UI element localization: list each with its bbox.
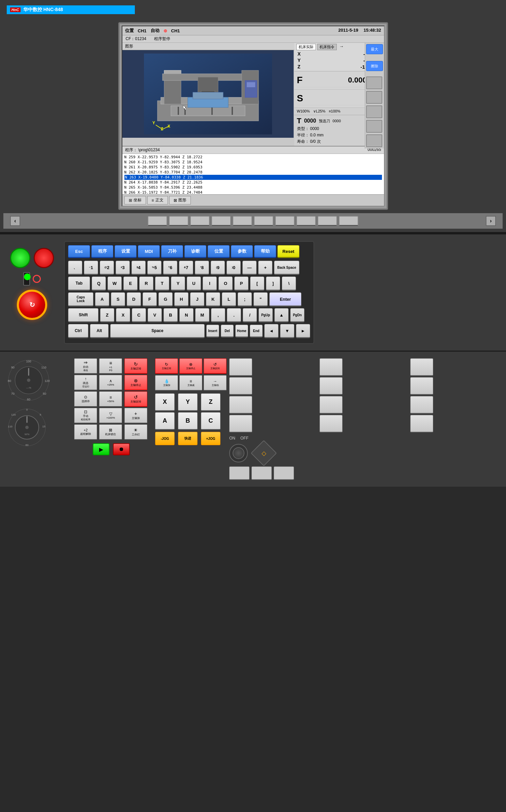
btn-optional-stop[interactable]: ⊙ 选择停 xyxy=(74,391,97,407)
nav-btn-6[interactable] xyxy=(254,216,273,226)
key-insert[interactable]: Insert xyxy=(206,325,219,337)
rp-btn-7[interactable] xyxy=(229,396,252,414)
rp-btn-2[interactable] xyxy=(320,358,343,376)
key-caps-lock[interactable]: Caps Lock xyxy=(68,292,93,306)
btn-single[interactable]: ≡ ×1F0 xyxy=(99,358,122,374)
key-quote[interactable]: " xyxy=(254,292,268,306)
expand-icon[interactable]: → xyxy=(339,44,344,50)
key-e[interactable]: E xyxy=(123,277,138,291)
key-f[interactable]: F xyxy=(143,292,157,306)
key-end[interactable]: End xyxy=(250,325,263,337)
key-h[interactable]: H xyxy=(174,292,188,306)
key-tilde[interactable]: 、 xyxy=(68,261,82,275)
key-home[interactable]: Home xyxy=(235,325,248,337)
key-semicolon[interactable]: ; xyxy=(238,292,252,306)
tab-graphic[interactable]: ⊠ 图形 xyxy=(169,196,191,204)
key-minus[interactable]: — xyxy=(242,261,257,275)
key-params[interactable]: 参数 xyxy=(231,245,253,258)
btn-manual[interactable]: ⊡ 手动 程控程序 xyxy=(74,408,97,423)
small-btn-3[interactable] xyxy=(274,466,294,480)
btn-cool3[interactable]: → 主轴动 xyxy=(204,375,227,391)
key-5[interactable]: %5 xyxy=(147,261,161,275)
key-esc[interactable]: Esc xyxy=(68,245,90,258)
nav-btn-1[interactable] xyxy=(148,216,167,226)
key-3[interactable]: #3 xyxy=(116,261,130,275)
key-r[interactable]: R xyxy=(139,277,153,291)
key-u[interactable]: U xyxy=(187,277,201,291)
key-z[interactable]: Z xyxy=(100,308,114,322)
btn-axis-x[interactable]: X xyxy=(155,393,175,411)
rp-btn-9[interactable] xyxy=(410,396,433,414)
key-1[interactable]: ~1 xyxy=(84,261,98,275)
rp-btn-1[interactable] xyxy=(229,358,252,376)
key-tool-comp[interactable]: 刀补 xyxy=(161,245,183,258)
btn-cool1[interactable]: 💧 主轴加 xyxy=(155,375,178,391)
soft-key-2[interactable] xyxy=(366,91,382,104)
key-alt[interactable]: Alt xyxy=(90,324,109,338)
nav-btn-8[interactable] xyxy=(296,216,316,226)
key-comma[interactable]: , xyxy=(211,308,225,322)
key-4[interactable]: $4 xyxy=(131,261,146,275)
btn-axis-a[interactable]: A xyxy=(155,412,175,430)
key-position[interactable]: 位置 xyxy=(208,245,230,258)
key-shift-left[interactable]: Shift xyxy=(68,308,98,322)
key-backspace[interactable]: Back Space xyxy=(274,261,299,275)
key-right[interactable]: ► xyxy=(296,324,310,338)
key-2[interactable]: @2 xyxy=(100,261,114,275)
key-9[interactable]: (9 xyxy=(211,261,225,275)
key-x[interactable]: X xyxy=(116,308,130,322)
key-k[interactable]: K xyxy=(206,292,220,306)
key-8[interactable]: *8 xyxy=(195,261,209,275)
rp-btn-5[interactable] xyxy=(320,377,343,395)
emergency-stop-button[interactable]: ↻ xyxy=(17,290,47,320)
btn-spindle-2[interactable]: ⊗ 主轴停止 xyxy=(179,358,202,374)
key-rbracket[interactable]: ] xyxy=(266,277,280,291)
on-off-dial[interactable] xyxy=(229,444,248,462)
tab-text[interactable]: ≡ 正文 xyxy=(147,196,168,204)
key-g[interactable]: G xyxy=(158,292,173,306)
soft-key-4[interactable] xyxy=(366,120,382,133)
key-up[interactable]: ▲ xyxy=(274,308,289,322)
green-button[interactable] xyxy=(10,248,30,268)
btn-spindle-stop[interactable]: ⊗ 主轴停止 xyxy=(124,375,147,390)
key-6[interactable]: ^6 xyxy=(163,261,177,275)
soft-key-3[interactable] xyxy=(366,105,382,118)
key-prog[interactable]: 程序 xyxy=(91,245,113,258)
key-tab[interactable]: Tab xyxy=(68,277,90,291)
key-d[interactable]: D xyxy=(127,292,141,306)
rp-btn-3[interactable] xyxy=(410,358,433,376)
rp-btn-6[interactable] xyxy=(410,377,433,395)
rp-btn-12[interactable] xyxy=(410,415,433,432)
key-pgup[interactable]: PgUp xyxy=(259,308,273,322)
btn-spindle-1[interactable]: ↻ 主轴正转 xyxy=(155,358,178,374)
nav-btn-2[interactable] xyxy=(169,216,188,226)
rp-btn-4[interactable] xyxy=(229,377,252,395)
nav-btn-7[interactable] xyxy=(275,216,295,226)
key-backslash[interactable]: \ xyxy=(282,277,296,291)
key-s[interactable]: S xyxy=(111,292,125,306)
soft-key-1[interactable] xyxy=(366,76,382,89)
key-left[interactable]: ◄ xyxy=(264,324,278,338)
btn-spindle-plus[interactable]: + 主轴加 xyxy=(124,408,147,423)
btn-spindle-fwd[interactable]: ↻ 主轴正转 xyxy=(124,358,147,374)
btn-overtravel[interactable]: +2 超程解除 xyxy=(74,424,97,440)
key-c[interactable]: C xyxy=(132,308,146,322)
red-button[interactable] xyxy=(34,248,54,268)
key-down[interactable]: ▼ xyxy=(280,324,294,338)
nav-left[interactable]: ‹ xyxy=(10,216,20,226)
key-w[interactable]: W xyxy=(108,277,122,291)
nav-btn-5[interactable] xyxy=(233,216,252,226)
key-mdi[interactable]: MDI xyxy=(138,245,160,258)
soft-key-5[interactable] xyxy=(366,134,382,147)
diamond-switch[interactable]: ◇ xyxy=(251,440,277,466)
rp-btn-11[interactable] xyxy=(320,415,343,432)
small-btn-1[interactable] xyxy=(229,466,249,480)
key-pgdn[interactable]: PgDn xyxy=(290,308,304,322)
key-del[interactable]: Del xyxy=(221,325,234,337)
key-slash[interactable]: / xyxy=(243,308,257,322)
key-settings[interactable]: 设置 xyxy=(115,245,137,258)
key-diag[interactable]: 诊断 xyxy=(184,245,206,258)
btn-cool2[interactable]: ≡ 主轴减 xyxy=(179,375,202,391)
key-j[interactable]: J xyxy=(190,292,204,306)
key-i[interactable]: I xyxy=(203,277,217,291)
